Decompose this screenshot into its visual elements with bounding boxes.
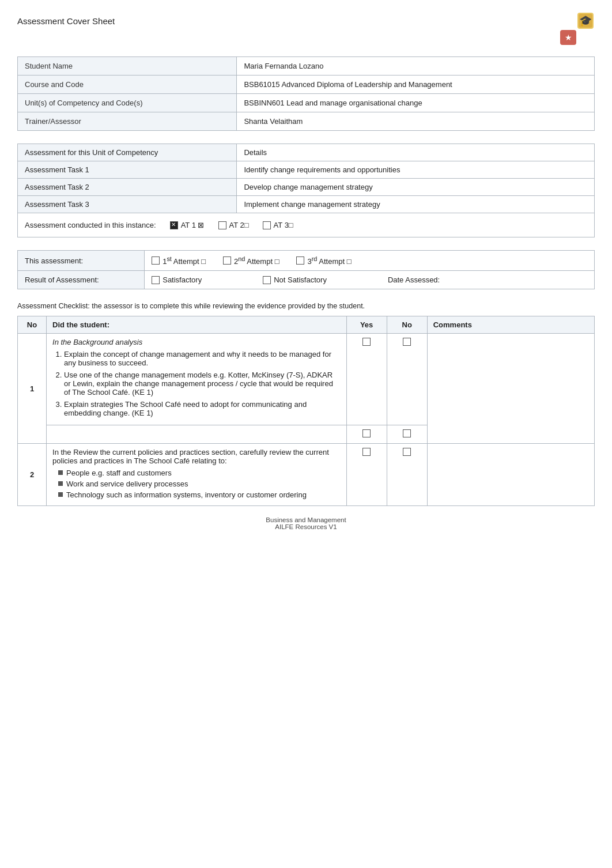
not-satisfactory-checkbox[interactable]: [263, 276, 271, 284]
at2-checkbox-label[interactable]: AT 2□: [218, 221, 249, 229]
row2-no[interactable]: [387, 444, 427, 506]
col-yes-header: Yes: [346, 316, 387, 334]
row2-yes[interactable]: [346, 444, 387, 506]
row2-bullet2: Work and service delivery processes: [58, 480, 341, 488]
row1-yes[interactable]: [346, 334, 387, 425]
attempt-table: This assessment: 1st Attempt □ 2nd Attem…: [17, 250, 595, 289]
footer: Business and Management AILFE Resources …: [17, 516, 595, 530]
row2-bullet3: Technology such as information systems, …: [58, 490, 341, 499]
satisfactory-checkbox[interactable]: [152, 276, 160, 284]
row1b-yes-checkbox[interactable]: [362, 429, 371, 437]
attempt1-label: 1st Attempt □: [163, 255, 206, 266]
task2-value: Develop change management strategy: [237, 179, 595, 196]
info-label-1: Course and Code: [18, 76, 237, 94]
task2-label: Assessment Task 2: [18, 179, 237, 196]
footer-line1: Business and Management: [17, 516, 595, 523]
date-assessed-label: Date Assessed:: [388, 276, 440, 284]
at2-checkbox[interactable]: [218, 221, 226, 229]
row2-no-checkbox[interactable]: [403, 448, 411, 456]
attempt-options-cell: 1st Attempt □ 2nd Attempt □ 3rd Attempt …: [145, 251, 595, 271]
header-area: Assessment Cover Sheet 🎓 ★: [17, 12, 595, 46]
row1-item3: Explain strategies The School Café need …: [64, 400, 341, 417]
not-satisfactory-label: Not Satisfactory: [274, 276, 327, 284]
conducted-cell: Assessment conducted in this instance: A…: [18, 213, 595, 237]
row1-no[interactable]: [387, 334, 427, 425]
checklist-row-2: 2 In the Review the current policies and…: [18, 444, 595, 506]
attempt3-label: 3rd Attempt □: [307, 255, 351, 266]
row1-yes-checkbox[interactable]: [362, 338, 371, 346]
attempt-row: This assessment: 1st Attempt □ 2nd Attem…: [18, 251, 595, 271]
row2-bullet1: People e.g. staff and customers: [58, 469, 341, 477]
at3-checkbox-label[interactable]: AT 3□: [263, 221, 293, 229]
col-did-header: Did the student:: [47, 316, 347, 334]
row1-content: In the Background analysis Explain the c…: [47, 334, 347, 425]
row2-content: In the Review the current policies and p…: [47, 444, 347, 506]
row1-comments: [427, 334, 594, 444]
info-row-0: Student NameMaria Fernanda Lozano: [18, 57, 595, 76]
attempt2-option[interactable]: 2nd Attempt □: [223, 255, 279, 266]
info-row-3: Trainer/AssessorShanta Velaitham: [18, 112, 595, 131]
svg-text:★: ★: [565, 33, 572, 42]
bullet3-icon: [58, 492, 63, 497]
info-row-1: Course and CodeBSB61015 Advanced Diploma…: [18, 76, 595, 94]
row2-intro: In the Review the current policies and p…: [52, 448, 341, 465]
info-row-2: Unit(s) of Competency and Code(s)BSBINN6…: [18, 94, 595, 112]
task3-row: Assessment Task 3 Implement change manag…: [18, 196, 595, 213]
col-no2-header: No: [387, 316, 427, 334]
col-comments-header: Comments: [427, 316, 594, 334]
attempt1-option[interactable]: 1st Attempt □: [152, 255, 206, 266]
result-row: Result of Assessment: Satisfactory Not S…: [18, 271, 595, 289]
this-assessment-label: This assessment:: [18, 251, 145, 271]
not-satisfactory-option[interactable]: Not Satisfactory: [263, 276, 327, 284]
row1-intro: In the Background analysis: [52, 338, 341, 346]
at1-checkbox[interactable]: [170, 221, 178, 229]
row1-item2: Use one of the change management models …: [64, 371, 341, 397]
row1b-content: [47, 425, 347, 444]
row1b-yes[interactable]: [346, 425, 387, 444]
conducted-row: Assessment conducted in this instance: A…: [18, 213, 595, 237]
checklist-header-row: No Did the student: Yes No Comments: [18, 316, 595, 334]
info-label-0: Student Name: [18, 57, 237, 76]
task1-label: Assessment Task 1: [18, 161, 237, 179]
attempt2-label: 2nd Attempt □: [234, 255, 279, 266]
at1-checkbox-label[interactable]: AT 1 ⊠: [170, 221, 205, 229]
row2-yes-checkbox[interactable]: [362, 448, 371, 456]
row1b-no-checkbox[interactable]: [403, 429, 411, 437]
task3-value: Implement change management strategy: [237, 196, 595, 213]
tasks-header-value: Details: [237, 144, 595, 161]
info-value-0: Maria Fernanda Lozano: [237, 57, 595, 76]
info-label-3: Trainer/Assessor: [18, 112, 237, 131]
satisfactory-label: Satisfactory: [163, 276, 202, 284]
row1b-no[interactable]: [387, 425, 427, 444]
at3-checkbox[interactable]: [263, 221, 271, 229]
attempt2-checkbox[interactable]: [223, 256, 231, 265]
attempt1-checkbox[interactable]: [152, 256, 160, 265]
conducted-label: Assessment conducted in this instance:: [25, 221, 156, 229]
info-label-2: Unit(s) of Competency and Code(s): [18, 94, 237, 112]
col-no-header: No: [18, 316, 47, 334]
result-options-cell: Satisfactory Not Satisfactory Date Asses…: [145, 271, 595, 289]
row1-no-checkbox[interactable]: [403, 338, 411, 346]
attempt3-checkbox[interactable]: [296, 256, 304, 265]
at3-label: AT 3□: [274, 221, 293, 229]
task1-row: Assessment Task 1 Identify change requir…: [18, 161, 595, 179]
task2-row: Assessment Task 2 Develop change managem…: [18, 179, 595, 196]
attempt3-option[interactable]: 3rd Attempt □: [296, 255, 351, 266]
footer-line2: AILFE Resources V1: [17, 523, 595, 530]
student-info-table: Student NameMaria Fernanda LozanoCourse …: [17, 56, 595, 131]
tasks-table: Assessment for this Unit of Competency D…: [17, 144, 595, 237]
logo-icon: 🎓 ★: [560, 12, 595, 46]
at1-label: AT 1 ⊠: [181, 221, 205, 229]
row2-number: 2: [18, 444, 47, 506]
checklist-table: No Did the student: Yes No Comments 1 In…: [17, 316, 595, 506]
satisfactory-option[interactable]: Satisfactory: [152, 276, 202, 284]
row1-item1: Explain the concept of change management…: [64, 350, 341, 367]
checklist-row-1: 1 In the Background analysis Explain the…: [18, 334, 595, 425]
bullet1-icon: [58, 470, 63, 475]
row2-comments: [427, 444, 594, 506]
row1-items: Explain the concept of change management…: [52, 350, 341, 417]
svg-text:🎓: 🎓: [579, 14, 592, 27]
info-value-3: Shanta Velaitham: [237, 112, 595, 131]
task3-label: Assessment Task 3: [18, 196, 237, 213]
page-title: Assessment Cover Sheet: [17, 12, 115, 26]
